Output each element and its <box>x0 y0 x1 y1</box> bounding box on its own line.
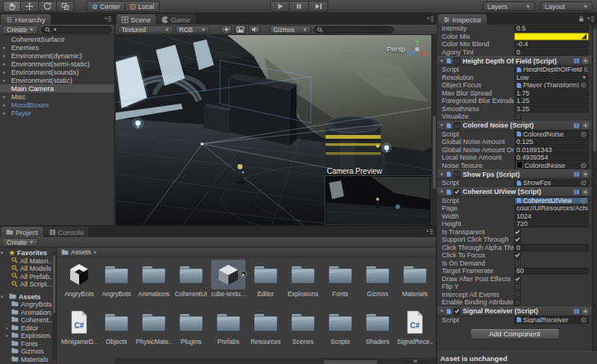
asset-item[interactable]: Resources <box>247 307 284 355</box>
hand-tool-button[interactable] <box>3 1 21 12</box>
asset-item[interactable]: Animations <box>135 260 172 307</box>
asset-item[interactable]: C#MinigameD... <box>60 307 98 355</box>
component-enabled-checkbox[interactable] <box>454 308 460 315</box>
help-icon[interactable] <box>573 308 580 315</box>
dropdown-field[interactable]: Low▼ <box>514 74 589 81</box>
help-icon[interactable] <box>573 122 580 129</box>
component-header[interactable]: ▼Height Depth Of Field (Script) <box>437 56 592 66</box>
tree-favorite-item[interactable]: All Materi... <box>0 257 56 266</box>
text-field[interactable]: 0 <box>514 48 589 56</box>
tree-favorites[interactable]: ▾★Favorites <box>0 249 56 257</box>
lock-icon[interactable] <box>578 16 584 22</box>
tab-inspector[interactable]: Inspector <box>438 14 487 25</box>
gear-icon[interactable] <box>582 122 589 129</box>
object-picker-icon[interactable] <box>581 163 587 169</box>
hierarchy-item[interactable]: ▸Enemies <box>0 43 114 51</box>
gear-icon[interactable] <box>582 308 589 315</box>
object-picker-icon[interactable] <box>581 82 587 88</box>
tab-console[interactable]: Console <box>44 227 90 237</box>
object-picker-icon[interactable] <box>581 82 587 88</box>
tree-favorite-item[interactable]: All Prefab... <box>0 273 56 281</box>
asset-item[interactable]: Scenes <box>284 307 322 355</box>
checkbox[interactable] <box>514 252 521 259</box>
hierarchy-item[interactable]: ▸Environment(dynamic) <box>0 51 114 60</box>
audio-toggle[interactable] <box>249 25 260 34</box>
text-field[interactable]: 1024 <box>514 213 589 220</box>
gear-icon[interactable] <box>582 308 589 315</box>
tab-project[interactable]: Project <box>1 227 43 237</box>
text-field[interactable]: 0.01891343 <box>514 146 589 154</box>
gizmo-handle[interactable] <box>201 143 203 145</box>
asset-item[interactable]: AngryBots <box>98 260 135 307</box>
object-field[interactable]: HeightDepthOfField <box>514 66 589 74</box>
asset-item[interactable]: C#SignalRece... <box>396 307 434 355</box>
color-swatch[interactable] <box>514 33 589 40</box>
component-enabled-checkbox[interactable] <box>454 122 460 129</box>
object-picker-icon[interactable] <box>581 163 587 169</box>
hierarchy-item[interactable]: ▸Environment(static) <box>0 76 114 84</box>
gizmos-dropdown[interactable]: Gizmos▼ <box>269 25 311 34</box>
texture-field[interactable]: ColoredNoise <box>514 162 589 169</box>
checkbox[interactable] <box>514 275 521 282</box>
asset-item[interactable]: Shaders <box>359 307 396 355</box>
asset-item[interactable]: Prefabs <box>210 307 247 355</box>
tree-assets-root[interactable]: ▾Assets <box>0 293 56 301</box>
thumbnail-zoom-slider[interactable] <box>403 359 430 363</box>
tab-game[interactable]: Game <box>157 14 196 25</box>
rotate-tool-button[interactable] <box>39 1 57 12</box>
text-field[interactable]: 1.25 <box>514 98 589 105</box>
asset-item[interactable]: CoherentUI <box>172 260 210 307</box>
hierarchy-item[interactable]: ▸MoodBoxes <box>0 101 114 109</box>
help-icon[interactable] <box>573 122 580 129</box>
move-tool-button[interactable] <box>21 1 39 12</box>
gear-icon[interactable] <box>582 57 589 64</box>
gear-icon[interactable] <box>582 171 589 178</box>
foldout-icon[interactable]: ▸ <box>3 110 6 116</box>
tree-folder-item[interactable]: Coherent... <box>0 316 56 324</box>
asset-item[interactable]: ▶cube-textu... <box>210 260 247 307</box>
help-icon[interactable] <box>573 57 580 64</box>
tree-folder-item[interactable]: AngryBots <box>0 301 56 309</box>
panel-menu-icon[interactable] <box>587 16 595 22</box>
checkbox[interactable] <box>514 236 521 243</box>
hierarchy-item[interactable]: ▸Environment(semi-static) <box>0 60 114 68</box>
object-picker-icon[interactable] <box>581 317 587 323</box>
asset-item[interactable]: Explosions <box>284 260 322 307</box>
object-picker-icon[interactable] <box>581 198 587 204</box>
help-icon[interactable] <box>573 308 580 315</box>
object-picker-icon[interactable] <box>581 180 587 186</box>
object-picker-icon[interactable] <box>581 180 587 186</box>
pivot-center-button[interactable]: Center <box>87 1 125 12</box>
object-picker-icon[interactable] <box>581 198 587 204</box>
play-button[interactable] <box>270 1 290 12</box>
text-field[interactable]: 1.75 <box>514 90 589 97</box>
asset-item[interactable]: AngryBots <box>60 260 98 307</box>
project-create-button[interactable]: Create▼ <box>2 238 38 247</box>
inspector-scrollbar[interactable] <box>592 25 597 351</box>
object-field[interactable]: ColoredNoise <box>514 131 589 138</box>
hierarchy-item[interactable]: Main Camera <box>0 84 114 92</box>
tree-folder-item[interactable]: Gizmos <box>0 348 56 356</box>
help-icon[interactable] <box>573 189 580 195</box>
tab-scene[interactable]: Scene <box>116 14 156 25</box>
gear-icon[interactable] <box>582 189 589 195</box>
text-field[interactable]: 3.25 <box>514 105 589 113</box>
text-field[interactable]: 60 <box>514 268 589 275</box>
component-enabled-checkbox[interactable] <box>454 189 460 195</box>
foldout-icon[interactable]: ▸ <box>3 102 6 108</box>
hierarchy-create-button[interactable]: Create▼ <box>2 25 38 34</box>
component-header[interactable]: ▼Show Fps (Script) <box>437 169 592 179</box>
gear-icon[interactable] <box>582 171 589 178</box>
gear-icon[interactable] <box>582 57 589 64</box>
grid-hscrollbar[interactable] <box>115 358 436 364</box>
checkbox[interactable] <box>514 283 521 290</box>
layers-dropdown[interactable]: Layers▼ <box>483 1 535 11</box>
asset-item[interactable]: Scripts <box>322 307 359 355</box>
text-field[interactable]: -0.4 <box>514 41 589 48</box>
tree-favorite-item[interactable]: All Script... <box>0 280 56 289</box>
tree-folder-item[interactable]: Materials <box>0 356 56 364</box>
tab-hierarchy[interactable]: Hierarchy <box>1 14 51 25</box>
add-component-button[interactable]: Add Component <box>470 328 560 339</box>
foldout-icon[interactable]: ▸ <box>3 94 6 100</box>
gear-icon[interactable] <box>582 189 589 195</box>
